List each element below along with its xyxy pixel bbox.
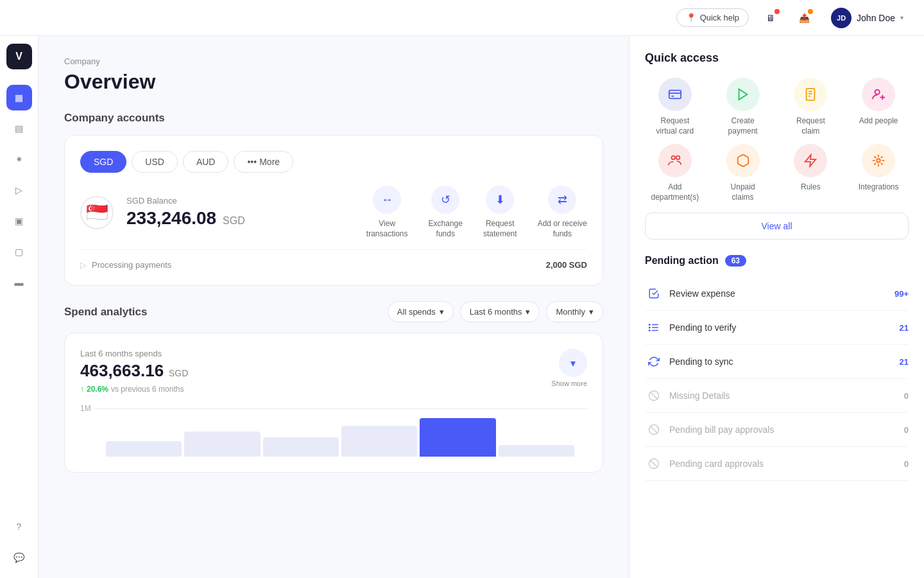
svg-point-28	[649, 330, 651, 331]
create-payment-icon	[726, 78, 760, 111]
avatar: JD	[831, 8, 851, 28]
currency-tab-usd[interactable]: USD	[132, 151, 178, 173]
qa-add-department-label: Adddepartment(s)	[651, 182, 699, 202]
docs-icon: ▬	[15, 277, 24, 288]
svg-point-8	[875, 90, 880, 94]
notifications-button[interactable]: 🖥	[759, 6, 782, 30]
payments-icon: ▷	[15, 185, 22, 195]
qa-request-claim[interactable]: Requestclaim	[781, 78, 841, 136]
sidebar-item-reports[interactable]: ▣	[6, 208, 32, 234]
company-accounts-title: Company accounts	[64, 112, 603, 125]
pending-item-missing-details[interactable]: Missing Details 0	[645, 379, 909, 413]
sidebar-item-chat[interactable]: 💬	[6, 545, 32, 570]
qa-unpaid-claims-label: Unpaidclaims	[731, 182, 755, 202]
overview-icon: ▦	[15, 92, 23, 103]
last-6-months-label: Last 6 months	[470, 307, 522, 317]
spend-currency: SGD	[169, 368, 188, 378]
add-receive-funds-btn[interactable]: ⇄ Add or receivefunds	[538, 186, 587, 239]
ellipsis-icon: •••	[247, 157, 257, 167]
action-buttons: ↔ Viewtransactions ↺ Exchangefunds ⬇ Req…	[366, 186, 587, 239]
svg-marker-3	[739, 89, 747, 100]
currency-tab-sgd[interactable]: SGD	[80, 151, 126, 173]
sidebar-item-docs[interactable]: ▬	[6, 270, 32, 295]
chevron-down-icon: ▾	[526, 307, 530, 317]
svg-point-12	[676, 156, 680, 160]
pending-item-review-expense[interactable]: Review expense 99+	[645, 277, 909, 311]
pending-sync-label: Pending to sync	[669, 356, 733, 367]
pending-item-verify[interactable]: Pending to verify 21	[645, 311, 909, 345]
qa-rules[interactable]: Rules	[781, 144, 841, 202]
missing-details-count: 0	[904, 391, 909, 401]
qa-add-people[interactable]: Add people	[848, 78, 909, 136]
pending-header: Pending action 63	[645, 255, 909, 267]
analytics-title: Spend analytics	[64, 306, 147, 319]
show-more-button[interactable]: ▾	[559, 349, 587, 377]
qa-integrations[interactable]: Integrations	[848, 144, 909, 202]
pending-item-card-approvals[interactable]: Pending card approvals 0	[645, 447, 909, 481]
filter-monthly[interactable]: Monthly ▾	[546, 301, 603, 322]
analytics-icon: ▤	[15, 123, 23, 134]
request-virtual-card-icon	[658, 78, 692, 111]
sidebar-item-overview[interactable]: ▦	[6, 85, 32, 110]
view-transactions-btn[interactable]: ↔ Viewtransactions	[366, 186, 408, 239]
show-more-label: Show more	[551, 380, 587, 387]
pending-item-sync[interactable]: Pending to sync 21	[645, 345, 909, 379]
svg-marker-13	[805, 155, 816, 166]
page-title: Overview	[64, 70, 603, 94]
chevron-down-icon: ▾	[589, 307, 594, 317]
user-menu[interactable]: JD John Doe ▾	[826, 5, 909, 31]
svg-line-20	[881, 163, 883, 165]
add-people-icon	[862, 78, 895, 111]
filter-last-6-months[interactable]: Last 6 months ▾	[460, 301, 540, 322]
qa-unpaid-claims[interactable]: Unpaidclaims	[713, 144, 773, 202]
pending-title: Pending action	[645, 255, 719, 267]
bill-pay-count: 0	[904, 425, 909, 435]
reports-icon: ▣	[15, 216, 23, 226]
svg-rect-0	[669, 91, 681, 99]
sidebar-item-payments[interactable]: ▷	[6, 177, 32, 203]
svg-line-34	[651, 460, 658, 468]
currency-tab-aud[interactable]: AUD	[183, 151, 229, 173]
qa-create-payment[interactable]: Createpayment	[713, 78, 773, 136]
qa-add-people-label: Add people	[859, 116, 898, 127]
share-badge	[808, 9, 813, 14]
bill-pay-icon	[645, 421, 663, 439]
help-circle-icon: ?	[17, 521, 22, 532]
spend-label: Last 6 months spends	[80, 349, 188, 358]
chevron-down-icon: ▾	[440, 307, 444, 317]
review-expense-label: Review expense	[669, 288, 735, 299]
svg-line-32	[651, 426, 658, 434]
currency-tab-more[interactable]: ••• More	[234, 151, 293, 173]
sidebar-item-analytics[interactable]: ▤	[6, 116, 32, 141]
share-button[interactable]: 📤	[792, 6, 816, 30]
pending-count-badge: 63	[725, 255, 746, 267]
sidebar-item-help[interactable]: ?	[6, 514, 32, 539]
sidebar-item-cards[interactable]: ⁕	[6, 146, 32, 172]
qa-request-claim-label: Requestclaim	[796, 116, 825, 136]
quick-help-button[interactable]: 📍 Quick help	[676, 8, 749, 27]
add-receive-funds-label: Add or receivefunds	[538, 219, 587, 239]
chart-y-label: 1M	[80, 404, 91, 413]
pending-verify-label: Pending to verify	[669, 322, 736, 333]
pending-verify-icon	[645, 319, 663, 337]
filter-all-spends[interactable]: All spends ▾	[388, 301, 454, 322]
sidebar-item-wallet[interactable]: ▢	[6, 239, 32, 265]
qa-request-virtual-card[interactable]: Requestvirtual card	[645, 78, 705, 136]
view-transactions-icon: ↔	[373, 186, 401, 214]
breadcrumb: Company	[64, 57, 603, 66]
request-statement-label: Requeststatement	[483, 219, 517, 239]
balance-currency: SGD	[223, 215, 245, 226]
qa-add-department[interactable]: Adddepartment(s)	[645, 144, 705, 202]
processing-payments-row: ▷ Processing payments 2,000 SGD	[80, 249, 587, 270]
balance-label: SGD Balance	[126, 196, 354, 206]
quick-help-label: Quick help	[700, 13, 739, 22]
view-all-button[interactable]: View all	[645, 213, 909, 240]
exchange-funds-btn[interactable]: ↺ Exchangefunds	[429, 186, 463, 239]
request-statement-btn[interactable]: ⬇ Requeststatement	[483, 186, 517, 239]
pending-item-bill-pay[interactable]: Pending bill pay approvals 0	[645, 413, 909, 447]
quick-access-grid: Requestvirtual card Createpayment Reques…	[645, 78, 909, 202]
pending-sync-count: 21	[900, 357, 909, 367]
pending-items-list: Review expense 99+ Pending to verify 21	[645, 277, 909, 481]
account-info: 🇸🇬 SGD Balance 233,246.08 SGD ↔	[80, 186, 587, 239]
help-icon: 📍	[686, 13, 696, 22]
